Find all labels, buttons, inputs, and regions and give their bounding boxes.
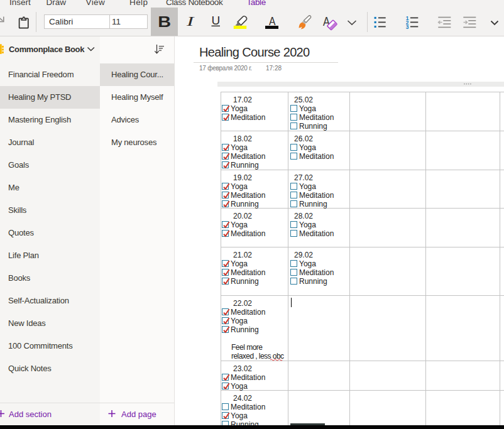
svg-text:3: 3 xyxy=(406,24,409,30)
